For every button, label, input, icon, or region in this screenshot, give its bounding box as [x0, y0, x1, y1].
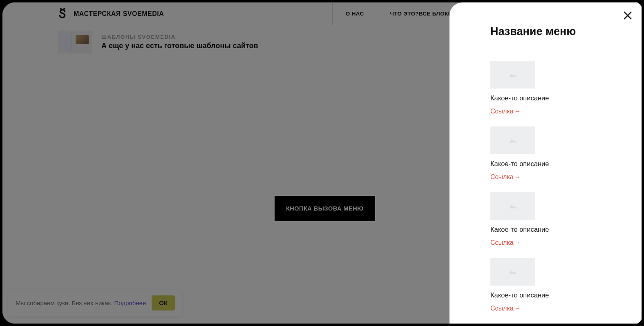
- panel-list: Какое-то описание Ссылка→ Какое-то описа…: [490, 61, 619, 312]
- arrow-right-icon: →: [514, 108, 521, 115]
- side-menu-panel: Название меню Какое-то описание Ссылка→ …: [449, 2, 642, 324]
- card-link-text: Ссылка: [490, 173, 514, 181]
- menu-card: Какое-то описание Ссылка→: [490, 61, 619, 115]
- cookie-ok-button[interactable]: ОК: [152, 295, 175, 310]
- arrow-right-icon: →: [514, 173, 521, 181]
- card-link[interactable]: Ссылка→: [490, 173, 619, 181]
- brand-text: МАСТЕРСКАЯ SVOEMEDIA: [74, 10, 164, 18]
- image-placeholder-icon: [490, 61, 535, 89]
- arrow-right-icon: →: [514, 305, 521, 312]
- nav-blocks[interactable]: ВСЕ БЛОКИ: [419, 11, 452, 17]
- close-icon[interactable]: [622, 10, 633, 21]
- promo-thumbnail: [58, 31, 92, 53]
- image-placeholder-icon: [490, 258, 535, 286]
- cookie-text: Мы собираем куки. Без них никак. Подробн…: [16, 299, 146, 306]
- card-link[interactable]: Ссылка→: [490, 305, 619, 312]
- card-desc: Какое-то описание: [490, 94, 619, 102]
- card-link[interactable]: Ссылка→: [490, 108, 619, 115]
- card-link[interactable]: Ссылка→: [490, 239, 619, 246]
- promo-title: А еще у нас есть готовые шаблоны сайтов: [101, 42, 258, 50]
- menu-card: Какое-то описание Ссылка→: [490, 258, 619, 312]
- image-placeholder-icon: [490, 126, 535, 154]
- card-desc: Какое-то описание: [490, 291, 619, 299]
- card-link-text: Ссылка: [490, 239, 514, 246]
- cookie-banner: Мы собираем куки. Без них никак. Подробн…: [8, 290, 182, 316]
- arrow-right-icon: →: [514, 239, 521, 246]
- nav-divider: [332, 2, 333, 25]
- open-menu-button[interactable]: КНОПКА ВЫЗОВА МЕНЮ: [275, 196, 375, 221]
- card-link-text: Ссылка: [490, 305, 514, 312]
- nav-what[interactable]: ЧТО ЭТО?: [390, 11, 418, 17]
- panel-title: Название меню: [490, 25, 619, 38]
- logo-mark-icon: [58, 8, 67, 20]
- cookie-msg: Мы собираем куки. Без них никак.: [16, 299, 114, 306]
- promo-eyebrow: ШАБЛОНЫ SVOEMEDIA: [101, 34, 258, 40]
- menu-card: Какое-то описание Ссылка→: [490, 126, 619, 181]
- nav-about[interactable]: О НАС: [346, 11, 364, 17]
- card-desc: Какое-то описание: [490, 226, 619, 233]
- cookie-more-link[interactable]: Подробнее: [114, 299, 146, 306]
- card-link-text: Ссылка: [490, 108, 514, 115]
- card-desc: Какое-то описание: [490, 160, 619, 168]
- menu-card: Какое-то описание Ссылка→: [490, 192, 619, 246]
- image-placeholder-icon: [490, 192, 535, 220]
- logo[interactable]: МАСТЕРСКАЯ SVOEMEDIA: [58, 8, 164, 20]
